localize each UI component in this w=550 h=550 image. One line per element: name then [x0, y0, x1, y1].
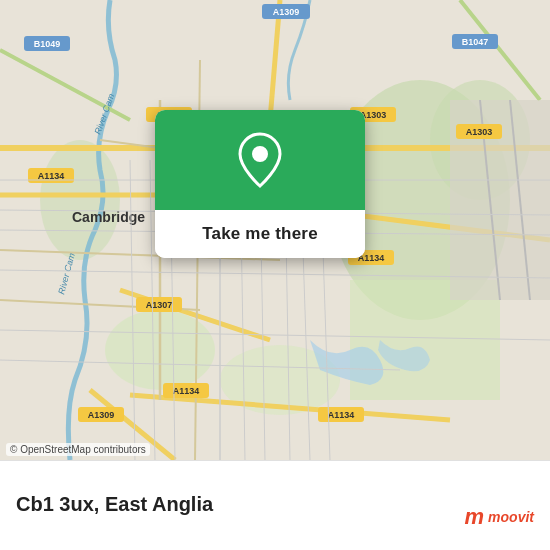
svg-text:A1309: A1309	[88, 410, 115, 420]
svg-text:A1303: A1303	[466, 127, 493, 137]
svg-text:A1134: A1134	[173, 386, 200, 396]
location-pin-icon	[235, 132, 285, 192]
svg-text:B1047: B1047	[462, 37, 489, 47]
svg-point-4	[40, 140, 120, 260]
svg-text:B1049: B1049	[34, 39, 61, 49]
bottom-bar: Cb1 3ux, East Anglia m moovit	[0, 460, 550, 550]
moovit-m-icon: m	[465, 504, 485, 530]
map-container: A1309 B1049 A1303 A1303 A1303 A1134 B104…	[0, 0, 550, 460]
svg-point-67	[252, 146, 268, 162]
popup-card: Take me there	[155, 110, 365, 258]
location-name: Cb1 3ux, East Anglia	[16, 493, 534, 516]
svg-text:A1134: A1134	[328, 410, 355, 420]
svg-text:A1307: A1307	[146, 300, 173, 310]
map-attribution: © OpenStreetMap contributors	[6, 443, 150, 456]
popup-header	[155, 110, 365, 210]
take-me-there-button[interactable]: Take me there	[155, 210, 365, 258]
moovit-text: moovit	[488, 509, 534, 525]
moovit-logo: m moovit	[465, 504, 534, 530]
svg-text:A1309: A1309	[273, 7, 300, 17]
